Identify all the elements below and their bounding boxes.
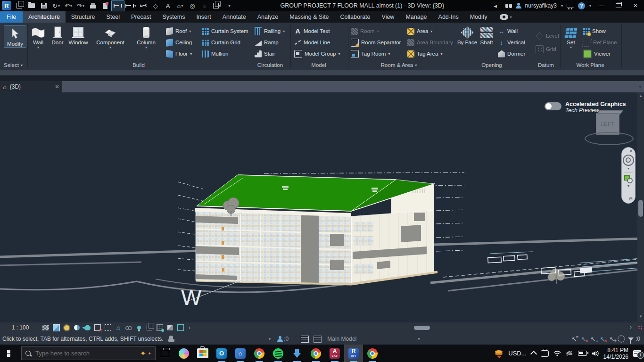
- navbar-collapse-icon[interactable]: ⊖: [629, 197, 633, 201]
- active-workset[interactable]: Main Model: [327, 336, 356, 342]
- default-3d-view-icon[interactable]: ⌂▾: [174, 0, 186, 11]
- accelerated-graphics-toggle[interactable]: [545, 102, 561, 110]
- door-button[interactable]: Door: [49, 25, 66, 46]
- ramp-button[interactable]: Ramp: [255, 38, 279, 47]
- battery-icon[interactable]: [578, 351, 587, 356]
- tab-add-ins[interactable]: Add-Ins: [433, 11, 464, 23]
- shaft-button[interactable]: Shaft: [477, 25, 496, 46]
- viewcube[interactable]: LEFT: [585, 110, 634, 144]
- measure-icon[interactable]: [111, 0, 124, 11]
- notification-center-icon[interactable]: 1: [633, 350, 641, 357]
- model-group-button[interactable]: Model Group▾: [294, 49, 340, 58]
- displacement-sets-icon[interactable]: [165, 323, 175, 332]
- render-icon[interactable]: [82, 323, 92, 332]
- tab-view[interactable]: View: [376, 11, 400, 23]
- room-separator-button[interactable]: Room Separator: [351, 38, 401, 47]
- tab-modify[interactable]: Modify: [464, 11, 493, 23]
- floor-button[interactable]: Floor▾: [166, 49, 192, 58]
- dormer-button[interactable]: Dormer: [498, 49, 525, 58]
- select-pinned-toggle[interactable]: ↖▪: [588, 335, 598, 343]
- close-hidden-icon[interactable]: ▾: [211, 0, 223, 11]
- model-line-button[interactable]: Model Line: [294, 38, 330, 47]
- print-icon[interactable]: [87, 0, 99, 11]
- railing-button[interactable]: Railing▾: [255, 26, 285, 36]
- wifi-icon[interactable]: [553, 350, 561, 356]
- window-button[interactable]: Window: [67, 25, 90, 46]
- ceiling-button[interactable]: Ceiling: [166, 38, 192, 47]
- view-tab-3d[interactable]: ⌂ {3D} ✕: [0, 81, 62, 92]
- company-portal-button[interactable]: ⌂: [231, 345, 250, 362]
- horizontal-scroll-thumb[interactable]: [414, 326, 430, 330]
- chrome-button-2[interactable]: [306, 345, 325, 362]
- tag-icon[interactable]: ◇: [149, 0, 162, 11]
- capture-tools-icon[interactable]: ▾: [500, 11, 512, 23]
- tray-expand-icon[interactable]: [530, 351, 537, 357]
- search-binoculars-icon[interactable]: [505, 4, 512, 8]
- scroll-up-icon[interactable]: ▴: [637, 93, 644, 98]
- store-cart-icon[interactable]: [567, 3, 574, 8]
- save-icon[interactable]: [38, 0, 50, 11]
- tab-massing-site[interactable]: Massing & Site: [284, 11, 334, 23]
- aligned-dimension-icon[interactable]: ▾: [124, 0, 137, 11]
- modify-button[interactable]: Modify: [4, 25, 26, 48]
- locked-3d-view-icon[interactable]: ⌂: [113, 323, 124, 332]
- user-menu-caret[interactable]: ▾: [561, 4, 563, 8]
- task-view-button[interactable]: [156, 345, 174, 362]
- visual-style-icon[interactable]: [51, 323, 61, 332]
- taskbar-search[interactable]: ✦ ✦: [21, 346, 156, 360]
- view-tab-list-caret[interactable]: ▾: [639, 81, 641, 92]
- temporary-hide-isolate-icon[interactable]: [134, 323, 144, 332]
- editable-only-icon[interactable]: [277, 336, 283, 342]
- copilot-button[interactable]: [174, 345, 193, 362]
- drag-on-selection-toggle[interactable]: ↖✛: [607, 335, 617, 343]
- open-file-icon[interactable]: [25, 0, 38, 11]
- sync-icon[interactable]: ↻▾: [50, 0, 62, 11]
- tab-file[interactable]: File: [0, 11, 23, 23]
- spotify-button[interactable]: [269, 345, 288, 362]
- workset-list-icon[interactable]: [314, 336, 322, 343]
- restore-button[interactable]: [612, 0, 625, 11]
- sheet-list-icon[interactable]: [13, 0, 25, 11]
- component-button[interactable]: Component▾: [95, 25, 125, 49]
- close-view-tab-icon[interactable]: ✕: [55, 83, 59, 90]
- select-underlay-toggle[interactable]: ↖✕: [579, 335, 588, 343]
- vertical-opening-button[interactable]: ↕ Vertical: [498, 38, 525, 47]
- clock[interactable]: 8:41 PM 14/1/2026: [603, 347, 628, 360]
- resize-grip[interactable]: [638, 325, 643, 330]
- tab-systems[interactable]: Systems: [157, 11, 190, 23]
- tab-architecture[interactable]: Architecture: [23, 11, 66, 23]
- device-icon[interactable]: [541, 350, 549, 357]
- insert-sheet-icon[interactable]: [99, 0, 111, 11]
- temporary-view-properties-icon[interactable]: [144, 323, 155, 332]
- vertical-scroll-thumb[interactable]: [638, 200, 643, 217]
- scroll-right-icon[interactable]: ›: [630, 324, 632, 330]
- help-icon[interactable]: ?: [578, 2, 585, 9]
- analytical-model-icon[interactable]: [175, 323, 186, 332]
- currency-app-icon[interactable]: [495, 350, 504, 357]
- room-area-panel-label[interactable]: Room & Area▾: [348, 61, 450, 69]
- text-icon[interactable]: A: [162, 0, 174, 11]
- filter-button[interactable]: [626, 335, 636, 343]
- stair-button[interactable]: Stair: [255, 49, 275, 58]
- qat-customize-icon[interactable]: ▾: [223, 0, 235, 11]
- select-panel-label[interactable]: Select▾: [0, 61, 26, 69]
- worksets-icon[interactable]: [301, 336, 309, 343]
- drawing-area[interactable]: W Accelerated Graphics Tech Preview LEFT…: [0, 92, 644, 322]
- select-links-toggle[interactable]: ↖∞: [570, 335, 579, 343]
- opening-by-face-button[interactable]: By Face: [456, 25, 478, 46]
- section-icon[interactable]: [137, 0, 149, 11]
- sun-path-icon[interactable]: [61, 323, 72, 332]
- microsoft-store-button[interactable]: [193, 345, 212, 362]
- tab-collaborate[interactable]: Collaborate: [335, 11, 376, 23]
- close-button[interactable]: ✕: [629, 0, 642, 11]
- zoom-tool-caret[interactable]: ▾: [627, 184, 629, 188]
- tab-annotate[interactable]: Annotate: [217, 11, 252, 23]
- shadows-icon[interactable]: [72, 323, 82, 332]
- scale-button[interactable]: 1 : 100: [0, 324, 41, 331]
- crop-view-icon[interactable]: ✕: [92, 323, 103, 332]
- autocad-button[interactable]: ACAD: [325, 345, 344, 362]
- model-text-button[interactable]: A Model Text: [294, 26, 330, 36]
- show-work-plane-button[interactable]: Show: [583, 26, 606, 36]
- collapse-view-bar-icon[interactable]: ‹: [189, 324, 190, 331]
- downloads-button[interactable]: [288, 345, 306, 362]
